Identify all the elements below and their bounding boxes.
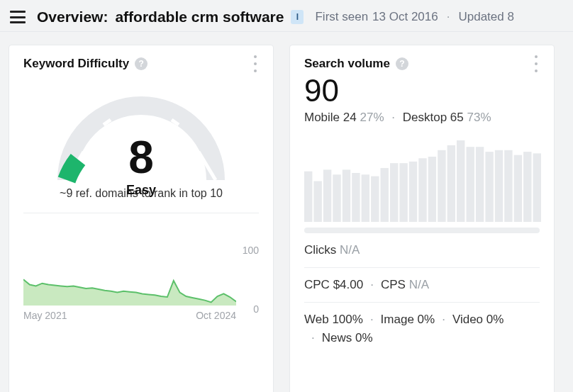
video-label: Video — [452, 313, 483, 327]
menu-icon[interactable] — [10, 11, 26, 23]
kd-gauge: 8 Easy ~9 ref. domains to rank in top 10 — [23, 79, 259, 200]
svg-rect-4 — [304, 172, 312, 222]
svg-rect-28 — [533, 154, 541, 223]
help-icon[interactable]: ? — [396, 57, 408, 70]
svg-rect-16 — [418, 159, 426, 223]
header-meta: First seen 13 Oct 2016 · Updated 8 — [315, 10, 513, 24]
svg-rect-27 — [523, 152, 531, 222]
svg-rect-22 — [476, 147, 484, 223]
sv-mobile-pct: 27% — [360, 111, 384, 124]
updated-label: Updated 8 — [458, 10, 513, 24]
svg-rect-25 — [504, 150, 512, 222]
cps-value: N/A — [409, 278, 429, 292]
sv-title: Search volume — [304, 57, 390, 71]
svg-rect-26 — [514, 155, 522, 222]
overview-label: Overview: — [37, 9, 108, 26]
svg-rect-20 — [457, 140, 464, 222]
web-label: Web — [304, 313, 329, 327]
news-label: News — [322, 331, 352, 345]
header-bar: Overview: affordable crm software I Firs… — [0, 0, 573, 32]
image-label: Image — [381, 313, 414, 327]
sv-desktop-val: 65 — [450, 111, 464, 124]
kd-ymin: 0 — [253, 303, 259, 315]
first-seen-value: 13 Oct 2016 — [372, 10, 438, 24]
svg-rect-24 — [495, 150, 503, 222]
svg-rect-21 — [467, 147, 474, 223]
kd-ymax: 100 — [243, 245, 259, 256]
sv-cpc-row: CPC $4.00 CPS N/A — [304, 268, 540, 303]
sv-scrollbar[interactable] — [304, 228, 540, 233]
svg-rect-10 — [362, 175, 369, 223]
svg-rect-7 — [333, 175, 340, 223]
cpc-value: $4.00 — [333, 278, 364, 292]
video-value: 0% — [486, 313, 504, 327]
sv-trend-chart — [304, 140, 540, 222]
cps-label: CPS — [381, 278, 406, 292]
keyword-difficulty-card: Keyword Difficulty ? 8 Easy — [9, 45, 274, 392]
svg-rect-23 — [485, 152, 493, 222]
clicks-label: Clicks — [304, 243, 336, 257]
help-icon[interactable]: ? — [135, 57, 148, 70]
intent-badge[interactable]: I — [291, 10, 304, 24]
first-seen-label: First seen — [315, 10, 368, 24]
svg-rect-15 — [409, 162, 417, 222]
kd-title: Keyword Difficulty — [23, 57, 129, 71]
kd-xstart: May 2021 — [23, 310, 67, 321]
card-menu-button[interactable] — [530, 55, 543, 72]
svg-rect-14 — [399, 164, 407, 223]
clicks-value: N/A — [340, 243, 360, 257]
cpc-label: CPC — [304, 278, 330, 292]
search-volume-card: Search volume ? 90 Mobile 24 27% · Deskt… — [289, 45, 555, 392]
svg-rect-5 — [313, 181, 321, 223]
sv-desktop-pct: 73% — [467, 111, 491, 124]
page-title: Overview: affordable crm software I — [37, 9, 304, 26]
sv-clicks-row: Clicks N/A — [304, 233, 540, 268]
kd-trend-chart: 100 0 May 2021 Oct 2024 — [23, 213, 259, 318]
svg-rect-17 — [428, 157, 436, 222]
kd-xend: Oct 2024 — [196, 310, 236, 321]
cards-row: Keyword Difficulty ? 8 Easy — [0, 32, 573, 392]
svg-rect-9 — [352, 173, 360, 222]
image-value: 0% — [418, 313, 435, 327]
card-menu-button[interactable] — [249, 55, 262, 72]
svg-rect-19 — [447, 145, 455, 222]
svg-rect-12 — [381, 168, 389, 222]
kd-rating: Easy — [52, 183, 230, 198]
web-value: 100% — [332, 313, 362, 327]
svg-rect-18 — [438, 150, 445, 222]
sv-mobile-val: 24 — [343, 111, 357, 124]
svg-rect-11 — [371, 177, 379, 222]
sv-desktop-label: Desktop — [403, 111, 447, 124]
sv-mobile-label: Mobile — [304, 111, 340, 124]
svg-rect-6 — [323, 170, 331, 223]
sv-types-row: Web 100% Image 0% Video 0% News 0% — [304, 303, 540, 355]
overview-keyword: affordable crm software — [115, 9, 284, 26]
news-value: 0% — [355, 331, 373, 345]
svg-rect-8 — [343, 170, 350, 223]
sv-device-split: Mobile 24 27% · Desktop 65 73% — [304, 111, 540, 125]
sv-total: 90 — [304, 74, 540, 108]
kd-score: 8 — [52, 135, 230, 180]
svg-rect-13 — [390, 164, 398, 223]
